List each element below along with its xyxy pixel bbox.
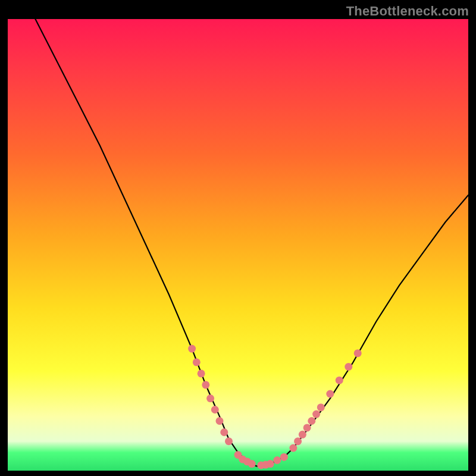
plot-area <box>8 19 468 471</box>
chart-frame: TheBottleneck.com <box>0 0 476 476</box>
marker-dot <box>225 437 233 445</box>
marker-dot <box>267 460 274 468</box>
marker-dot <box>289 444 297 452</box>
bottleneck-curve <box>35 19 468 466</box>
marker-dot <box>280 453 288 461</box>
marker-layer <box>188 345 362 469</box>
marker-dot <box>188 345 196 353</box>
watermark-text: TheBottleneck.com <box>346 4 469 19</box>
marker-dot <box>211 406 219 414</box>
marker-dot <box>312 411 320 418</box>
curve-svg <box>8 19 468 471</box>
marker-dot <box>303 424 311 431</box>
marker-dot <box>193 358 201 366</box>
marker-dot <box>317 403 325 411</box>
marker-dot <box>202 381 209 389</box>
marker-dot <box>294 437 302 445</box>
marker-dot <box>299 431 306 439</box>
marker-dot <box>345 363 352 371</box>
marker-dot <box>308 417 315 425</box>
marker-dot <box>248 460 256 468</box>
marker-dot <box>336 377 343 384</box>
marker-dot <box>220 428 228 436</box>
marker-dot <box>354 349 362 357</box>
marker-dot <box>326 390 334 398</box>
marker-dot <box>198 369 205 377</box>
marker-dot <box>273 456 281 464</box>
marker-dot <box>216 417 224 425</box>
marker-dot <box>206 394 214 402</box>
